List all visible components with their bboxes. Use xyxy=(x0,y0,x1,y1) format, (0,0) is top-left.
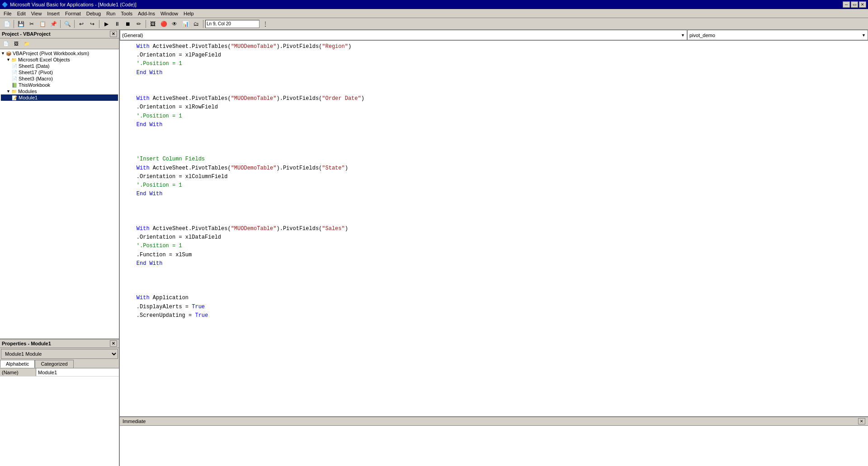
code-line-31: .DisplayAlerts = True xyxy=(123,303,864,311)
code-editor[interactable]: With ActiveSheet.PivotTables("MUODemoTab… xyxy=(120,41,868,416)
toolbar-design[interactable]: ✏ xyxy=(134,19,144,29)
properties-table: (Name) Module1 xyxy=(0,368,119,466)
toolbar-redo[interactable]: ↪ xyxy=(87,19,97,29)
tree-sheet3-label: Sheet3 (Macro) xyxy=(19,76,53,81)
tree-thisworkbook[interactable]: 📗 ThisWorkbook xyxy=(1,82,118,88)
prop-row-name: (Name) Module1 xyxy=(0,368,119,377)
code-line-23: .Orientation = xlDataField xyxy=(123,233,864,242)
project-toggle-folders[interactable]: 📁 xyxy=(22,39,32,49)
toolbar-run[interactable]: ▶ xyxy=(101,19,111,29)
menu-help[interactable]: Help xyxy=(181,10,197,17)
menu-addins[interactable]: Add-Ins xyxy=(135,10,158,17)
left-panel: Project - VBAProject ✕ 📄 🖼 📁 ▼ 📦 VBAProj… xyxy=(0,30,120,466)
properties-header: Properties - Module1 ✕ xyxy=(0,339,119,348)
proc-dropdown-arrow: ▼ xyxy=(862,33,866,38)
toolbar-sep-3 xyxy=(74,20,75,28)
menu-insert[interactable]: Insert xyxy=(44,10,62,17)
code-line-25: .Function = xlSum xyxy=(123,251,864,259)
immediate-header: Immediate ✕ xyxy=(120,417,868,426)
project-header: Project - VBAProject ✕ xyxy=(0,30,119,38)
toolbar-save[interactable]: 💾 xyxy=(16,19,26,29)
toolbar-vbaproject[interactable]: 📄 xyxy=(2,19,12,29)
title-bar-left: 🔷 Microsoft Visual Basic for Application… xyxy=(2,2,137,8)
menu-window[interactable]: Window xyxy=(158,10,181,17)
proc-dropdown-value: pivot_demo xyxy=(689,33,715,38)
tree-module1[interactable]: 📝 Module1 xyxy=(1,94,118,101)
menu-run[interactable]: Run xyxy=(104,10,118,17)
code-scrollbar-area: (General) ▼ pivot_demo ▼ With ActiveShee… xyxy=(120,30,868,466)
code-line-5 xyxy=(123,77,864,86)
properties-tabs: Alphabetic Categorized xyxy=(0,360,119,368)
minimize-button[interactable]: ─ xyxy=(843,1,850,8)
project-close-button[interactable]: ✕ xyxy=(110,31,117,37)
toolbar-breakpoint[interactable]: 🔴 xyxy=(159,19,169,29)
menu-file[interactable]: File xyxy=(1,10,14,17)
app-icon: 🔷 xyxy=(2,2,8,8)
tree-modules[interactable]: ▼ 📁 Modules xyxy=(1,88,118,94)
code-line-1: With ActiveSheet.PivotTables("MUODemoTab… xyxy=(123,42,864,51)
code-line-8: .Orientation = xlRowField xyxy=(123,103,864,112)
toolbar-break[interactable]: ⏸ xyxy=(112,19,122,29)
tree-thisworkbook-label: ThisWorkbook xyxy=(19,82,50,88)
main-layout: Project - VBAProject ✕ 📄 🖼 📁 ▼ 📦 VBAProj… xyxy=(0,30,868,466)
toolbar-undo[interactable]: ↩ xyxy=(76,19,86,29)
tab-alphabetic[interactable]: Alphabetic xyxy=(0,360,35,368)
tree-sheet17-label: Sheet17 (Pivot) xyxy=(19,70,53,75)
code-dropdown-proc[interactable]: pivot_demo ▼ xyxy=(687,30,868,40)
toolbar-paste[interactable]: 📌 xyxy=(48,19,58,29)
toolbar-reset[interactable]: ⏹ xyxy=(123,19,133,29)
code-line-15: With ActiveSheet.PivotTables("MUODemoTab… xyxy=(123,164,864,173)
tree-sheet1[interactable]: 📄 Sheet1 (Data) xyxy=(1,63,118,69)
title-bar-controls: ─ ▭ ✕ xyxy=(843,1,866,8)
code-main: (General) ▼ pivot_demo ▼ With ActiveShee… xyxy=(120,30,868,466)
properties-panel: Properties - Module1 ✕ Module1 Module Al… xyxy=(0,339,119,466)
code-line-16: .Orientation = xlColumnField xyxy=(123,173,864,181)
close-button[interactable]: ✕ xyxy=(859,1,866,8)
code-toolbar: (General) ▼ pivot_demo ▼ xyxy=(120,30,868,41)
toolbar-extra[interactable]: ⋮ xyxy=(260,19,270,29)
menu-view[interactable]: View xyxy=(28,10,45,17)
project-view-code[interactable]: 📄 xyxy=(1,39,11,49)
menu-tools[interactable]: Tools xyxy=(118,10,135,17)
position-text: Ln 9, Col 20 xyxy=(207,21,231,26)
toolbar-userform[interactable]: 🖼 xyxy=(148,19,158,29)
menu-edit[interactable]: Edit xyxy=(14,10,28,17)
menu-debug[interactable]: Debug xyxy=(84,10,104,17)
toolbar-find[interactable]: 🔍 xyxy=(62,19,72,29)
tree-excel-objects[interactable]: ▼ 📁 Microsoft Excel Objects xyxy=(1,56,118,63)
code-line-18: End With xyxy=(123,190,864,198)
code-line-28 xyxy=(123,277,864,285)
code-line-21 xyxy=(123,216,864,225)
immediate-close-button[interactable]: ✕ xyxy=(858,418,865,424)
tab-categorized[interactable]: Categorized xyxy=(35,360,73,368)
position-indicator: Ln 9, Col 20 xyxy=(205,20,259,28)
toolbar-sep-4 xyxy=(99,20,99,28)
properties-object-dropdown[interactable]: Module1 Module xyxy=(1,349,118,359)
menu-format[interactable]: Format xyxy=(62,10,84,17)
toolbar-cut[interactable]: ✂ xyxy=(27,19,37,29)
code-line-29 xyxy=(123,285,864,294)
project-tree: ▼ 📦 VBAProject (Pivot Workbook.xlsm) ▼ 📁… xyxy=(0,49,119,339)
toolbar-locals[interactable]: 📊 xyxy=(180,19,190,29)
code-line-20 xyxy=(123,207,864,216)
prop-name-label: (Name) xyxy=(0,368,36,376)
prop-name-value[interactable]: Module1 xyxy=(36,368,119,376)
toolbar-objectbrowser[interactable]: 🗂 xyxy=(191,19,201,29)
immediate-section: Immediate ✕ xyxy=(120,416,868,466)
project-view-object[interactable]: 🖼 xyxy=(11,39,21,49)
properties-close-button[interactable]: ✕ xyxy=(110,340,117,347)
toolbar-watch[interactable]: 👁 xyxy=(170,19,179,29)
title-text: Microsoft Visual Basic for Applications … xyxy=(10,2,137,7)
tree-excel-objects-label: Microsoft Excel Objects xyxy=(18,57,70,62)
code-line-3: '.Position = 1 xyxy=(123,60,864,68)
immediate-content[interactable] xyxy=(120,426,868,466)
tree-root[interactable]: ▼ 📦 VBAProject (Pivot Workbook.xlsm) xyxy=(1,50,118,56)
tree-sheet17[interactable]: 📄 Sheet17 (Pivot) xyxy=(1,69,118,75)
restore-button[interactable]: ▭ xyxy=(851,1,858,8)
code-dropdown-general[interactable]: (General) ▼ xyxy=(120,30,687,40)
code-line-12 xyxy=(123,138,864,146)
toolbar-copy[interactable]: 📋 xyxy=(38,19,47,29)
tree-sheet3[interactable]: 📄 Sheet3 (Macro) xyxy=(1,75,118,82)
code-line-10: End With xyxy=(123,121,864,129)
code-line-2: .Orientation = xlPageField xyxy=(123,51,864,60)
